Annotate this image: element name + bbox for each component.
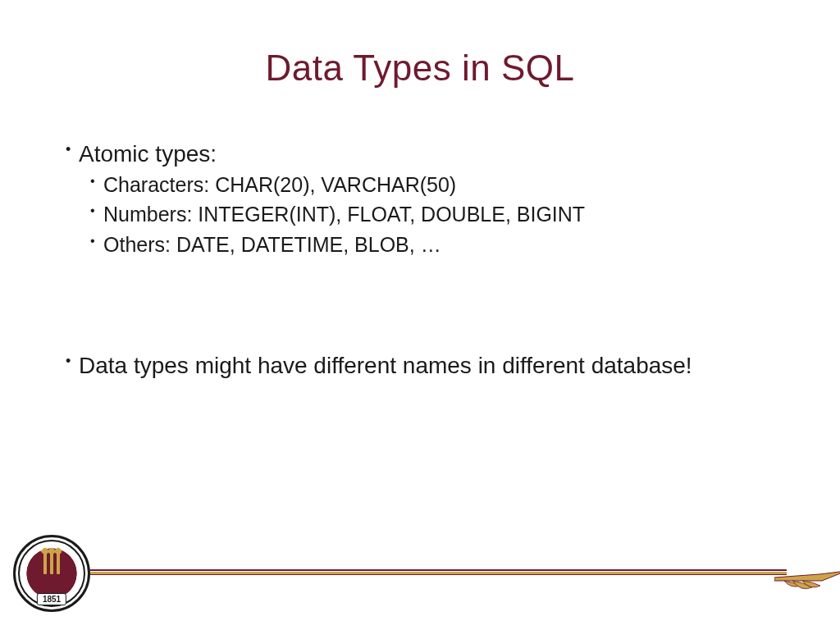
bullet-numbers: Numbers: INTEGER(INT), FLOAT, DOUBLE, BI…: [90, 199, 791, 229]
slide-footer: 1851: [0, 532, 840, 614]
bullet-list-note: Data types might have different names in…: [66, 349, 791, 381]
bullet-note: Data types might have different names in…: [66, 349, 791, 381]
bullet-atomic-types: Atomic types:: [66, 138, 791, 170]
seal-year: 1851: [37, 593, 66, 605]
divider-spear-line: [90, 569, 787, 574]
slide-content: Atomic types: Characters: CHAR(20), VARC…: [0, 105, 840, 381]
slide-title: Data Types in SQL: [0, 0, 840, 105]
bullet-characters: Characters: CHAR(20), VARCHAR(50): [90, 170, 791, 199]
spear-head-icon: [774, 555, 840, 596]
bullet-list: Atomic types: Characters: CHAR(20), VARC…: [66, 138, 791, 259]
university-seal-icon: 1851: [13, 535, 90, 612]
bullet-others: Others: DATE, DATETIME, BLOB, …: [90, 230, 791, 259]
